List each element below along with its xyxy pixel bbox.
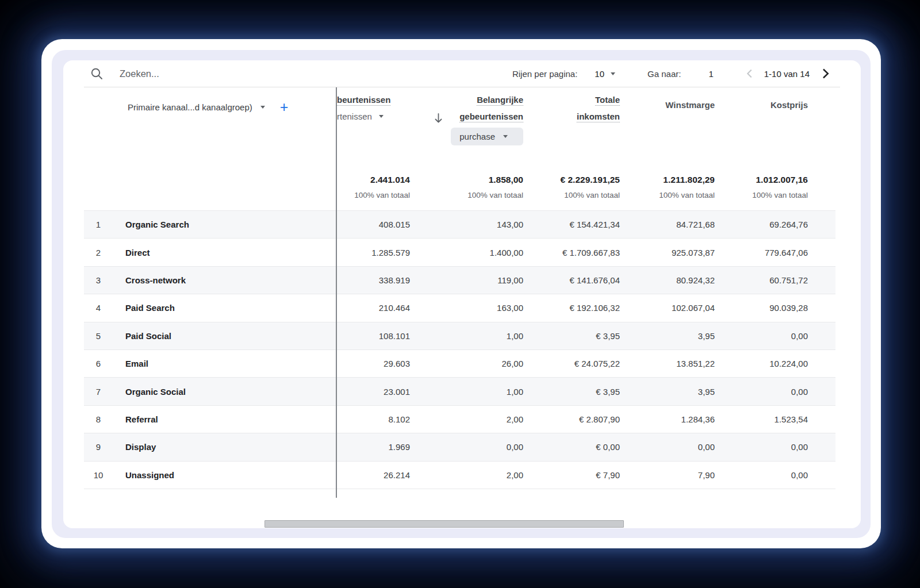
dimension-header-label: Primaire kanaal...d kanaalgroep) (128, 102, 252, 112)
column-header-revenue[interactable]: Totale inkomsten (577, 91, 620, 125)
table-row: 7 Organic Social 23.001 1,00 € 3,95 3,95… (84, 377, 835, 405)
totals-revenue-caption: 100% van totaal (561, 190, 620, 201)
dimension-header: Primaire kanaal...d kanaalgroep) + (128, 101, 288, 113)
pagination-range: 1-10 van 14 (764, 69, 810, 79)
totals-key-events-caption: 100% van totaal (467, 190, 523, 201)
rows-per-page-caret-icon[interactable] (611, 72, 615, 75)
key-events-value: 2,00 (507, 406, 523, 433)
row-index: 4 (91, 294, 106, 321)
channel-name: Organic Social (125, 378, 186, 405)
row-index: 8 (91, 406, 106, 433)
channel-name: Referral (125, 406, 158, 433)
channel-name: Direct (125, 239, 150, 266)
add-dimension-button[interactable]: + (280, 101, 289, 113)
margin-value: 3,95 (698, 322, 715, 349)
totals-cost: 1.012.007,16 100% van totaal (752, 174, 808, 201)
totals-events-caption: 100% van totaal (354, 190, 410, 201)
table-header: Primaire kanaal...d kanaalgroep) + beurt… (84, 87, 835, 210)
table-row: 8 Referral 8.102 2,00 € 2.807,90 1.284,3… (84, 405, 835, 433)
row-index: 5 (91, 322, 106, 349)
key-event-filter-dropdown[interactable]: purchase (451, 128, 523, 145)
revenue-value: € 3,95 (596, 322, 620, 349)
cost-header-label: Kostprijs (770, 100, 808, 110)
totals-key-events-value: 1.858,00 (467, 174, 523, 186)
sort-descending-icon[interactable] (434, 113, 443, 126)
row-index: 2 (91, 239, 106, 266)
channel-name: Paid Search (125, 294, 175, 321)
revenue-value: € 24.075,22 (574, 350, 620, 377)
events-value: 8.102 (388, 406, 410, 433)
goto-label: Ga naar: (647, 69, 681, 79)
events-value: 1.969 (388, 433, 410, 460)
key-event-filter-caret-icon (503, 135, 508, 138)
row-index: 10 (91, 462, 106, 489)
row-index: 3 (91, 267, 106, 294)
row-index: 7 (91, 378, 106, 405)
cost-value: 0,00 (791, 433, 808, 460)
totals-revenue-value: € 2.229.191,25 (561, 174, 620, 186)
row-index: 9 (91, 433, 106, 460)
revenue-value: € 7,90 (596, 462, 620, 489)
table-row: 3 Cross-network 338.919 119,00 € 141.676… (84, 266, 835, 294)
pagination-controls: Rijen per pagina: 10 Ga naar: 1 1-10 van… (512, 60, 832, 87)
channel-name: Display (125, 433, 156, 460)
revenue-value: € 154.421,34 (569, 211, 620, 238)
frozen-column-divider (336, 87, 337, 498)
events-value: 23.001 (384, 378, 410, 405)
revenue-header-line1: Totale (595, 95, 620, 106)
revenue-value: € 192.106,32 (569, 294, 620, 321)
window-frame: Rijen per pagina: 10 Ga naar: 1 1-10 van… (41, 39, 881, 548)
events-subdropdown[interactable]: rtenissen (337, 108, 390, 125)
table-row: 1 Organic Search 408.015 143,00 € 154.42… (84, 210, 835, 238)
cost-value: 10.224,00 (769, 350, 808, 377)
totals-revenue: € 2.229.191,25 100% van totaal (561, 174, 620, 201)
totals-margin-value: 1.211.802,29 (659, 174, 715, 186)
previous-page-icon[interactable] (743, 67, 756, 80)
horizontal-scrollbar-thumb[interactable] (264, 520, 624, 528)
search-input[interactable] (120, 64, 327, 83)
channel-name: Email (125, 350, 148, 377)
table-row: 9 Display 1.969 0,00 € 0,00 0,00 0,00 (84, 433, 835, 460)
goto-page-value[interactable]: 1 (708, 69, 713, 79)
column-header-cost[interactable]: Kostprijs (770, 97, 808, 113)
totals-cost-value: 1.012.007,16 (752, 174, 808, 186)
key-events-value: 1.400,00 (490, 239, 523, 266)
events-value: 26.214 (384, 462, 410, 489)
events-value: 210.464 (379, 294, 410, 321)
dimension-caret-icon[interactable] (260, 106, 265, 109)
events-header-label: beurtenissen (337, 95, 390, 106)
table-toolbar: Rijen per pagina: 10 Ga naar: 1 1-10 van… (63, 60, 861, 87)
column-header-events[interactable]: beurtenissen rtenissen (337, 91, 390, 125)
events-value: 108.101 (379, 322, 410, 349)
totals-margin: 1.211.802,29 100% van totaal (659, 174, 715, 201)
key-events-value: 119,00 (497, 267, 523, 294)
row-index: 1 (91, 211, 106, 238)
key-events-value: 0,00 (507, 433, 523, 460)
rows-per-page-label: Rijen per pagina: (512, 69, 577, 79)
column-header-margin[interactable]: Winstmarge (665, 97, 715, 113)
window-inner-frame: Rijen per pagina: 10 Ga naar: 1 1-10 van… (52, 50, 871, 538)
revenue-value: € 1.709.667,83 (562, 239, 620, 266)
table-row: 5 Paid Social 108.101 1,00 € 3,95 3,95 0… (84, 322, 835, 349)
cost-value: 779.647,06 (765, 239, 808, 266)
key-events-header-line1: Belangrijke (477, 95, 523, 106)
rows-per-page-value[interactable]: 10 (595, 69, 604, 79)
next-page-icon[interactable] (818, 67, 832, 80)
report-table-card: Rijen per pagina: 10 Ga naar: 1 1-10 van… (63, 60, 861, 528)
revenue-value: € 0,00 (596, 433, 620, 460)
cost-value: 0,00 (791, 462, 808, 489)
margin-value: 3,95 (698, 378, 715, 405)
cost-value: 90.039,28 (769, 294, 808, 321)
revenue-value: € 3,95 (596, 378, 620, 405)
search-icon (90, 67, 103, 83)
margin-value: 0,00 (698, 433, 715, 460)
channel-name: Paid Social (125, 322, 171, 349)
margin-value: 84.721,68 (676, 211, 715, 238)
margin-value: 925.073,87 (672, 239, 715, 266)
revenue-value: € 2.807,90 (579, 406, 620, 433)
totals-events: 2.441.014 100% van totaal (354, 174, 410, 201)
column-header-key-events[interactable]: Belangrijke gebeurtenissen (459, 91, 523, 125)
totals-events-value: 2.441.014 (354, 174, 410, 186)
revenue-header-line2: inkomsten (577, 112, 620, 122)
margin-value: 13.851,22 (676, 350, 715, 377)
